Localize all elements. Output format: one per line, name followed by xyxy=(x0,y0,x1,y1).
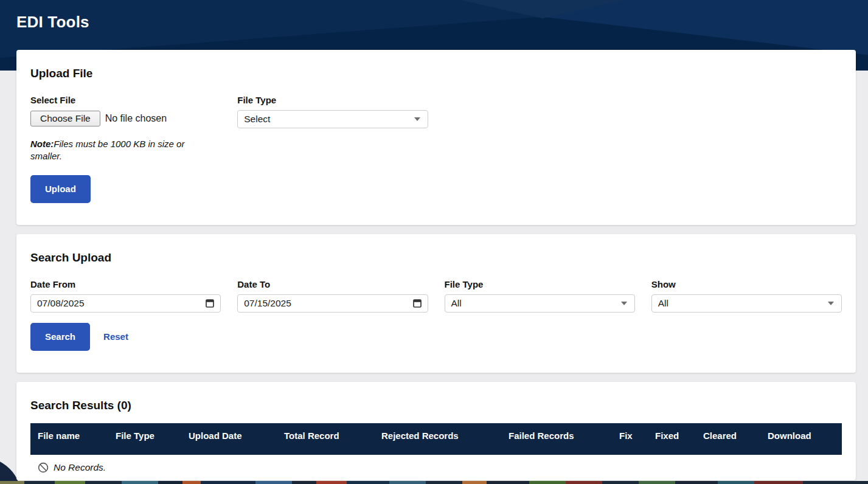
search-file-type-label: File Type xyxy=(445,279,635,289)
column-header-file-type: File Type xyxy=(108,423,181,455)
select-file-field: Select File Choose File No file chosen xyxy=(30,95,221,128)
column-header-fix: Fix xyxy=(612,423,648,455)
column-header-failed-records: Failed Records xyxy=(501,423,612,455)
file-chosen-status: No file chosen xyxy=(105,113,167,124)
page-title: EDI Tools xyxy=(16,13,89,32)
column-header-upload-date: Upload Date xyxy=(181,423,277,455)
upload-file-type-value: Select xyxy=(244,114,414,125)
column-header-download: Download xyxy=(760,423,842,455)
chevron-down-icon xyxy=(621,302,627,305)
main-content: Upload File Select File Choose File No f… xyxy=(16,50,856,480)
show-field: Show All xyxy=(651,279,842,313)
show-select[interactable]: All xyxy=(651,294,842,313)
show-label: Show xyxy=(651,279,842,289)
date-from-value: 07/08/2025 xyxy=(37,298,206,309)
date-from-input[interactable]: 07/08/2025 xyxy=(30,294,221,313)
calendar-icon[interactable] xyxy=(206,299,214,308)
upload-file-title: Upload File xyxy=(30,67,842,80)
note-text: Files must be 1000 KB in size or smaller… xyxy=(30,139,184,161)
column-header-file-name: File name xyxy=(30,423,108,455)
search-file-type-field: File Type All xyxy=(445,279,635,313)
no-records-icon xyxy=(38,462,49,473)
date-to-label: Date To xyxy=(237,279,428,289)
search-upload-card: Search Upload Date From 07/08/2025 Date … xyxy=(16,234,856,373)
upload-note: Note:Files must be 1000 KB in size or sm… xyxy=(30,138,210,163)
upload-file-card: Upload File Select File Choose File No f… xyxy=(16,50,856,225)
search-results-card: Search Results (0) File name File Type U… xyxy=(16,382,856,480)
search-button[interactable]: Search xyxy=(30,323,90,351)
search-file-type-value: All xyxy=(451,298,621,309)
results-header-row: File name File Type Upload Date Total Re… xyxy=(30,423,842,455)
date-from-label: Date From xyxy=(30,279,221,289)
bottom-image-strip xyxy=(0,481,868,484)
column-header-total-record: Total Record xyxy=(277,423,374,455)
calendar-icon[interactable] xyxy=(413,299,422,308)
select-file-label: Select File xyxy=(30,95,221,105)
search-upload-title: Search Upload xyxy=(30,251,842,264)
search-file-type-select[interactable]: All xyxy=(445,294,635,313)
date-to-value: 07/15/2025 xyxy=(244,298,412,309)
search-results-title: Search Results (0) xyxy=(30,399,842,412)
note-label: Note: xyxy=(30,139,54,149)
date-from-field: Date From 07/08/2025 xyxy=(30,279,221,313)
chevron-down-icon xyxy=(414,117,420,121)
choose-file-button[interactable]: Choose File xyxy=(30,111,100,126)
column-header-cleared: Cleared xyxy=(696,423,760,455)
chevron-down-icon xyxy=(828,302,834,305)
date-to-input[interactable]: 07/15/2025 xyxy=(237,294,428,313)
reset-link[interactable]: Reset xyxy=(103,331,128,342)
upload-file-type-field: File Type Select xyxy=(237,95,428,128)
results-table: File name File Type Upload Date Total Re… xyxy=(30,423,842,455)
file-input[interactable]: Choose File No file chosen xyxy=(30,110,221,127)
date-to-field: Date To 07/15/2025 xyxy=(237,279,428,313)
no-records-text: No Records. xyxy=(54,462,106,473)
no-records-row: No Records. xyxy=(30,455,842,473)
upload-file-type-label: File Type xyxy=(237,95,428,105)
upload-file-type-select[interactable]: Select xyxy=(237,110,428,128)
upload-button[interactable]: Upload xyxy=(30,175,91,203)
column-header-fixed: Fixed xyxy=(648,423,696,455)
column-header-rejected-records: Rejected Records xyxy=(374,423,501,455)
show-value: All xyxy=(658,298,828,309)
